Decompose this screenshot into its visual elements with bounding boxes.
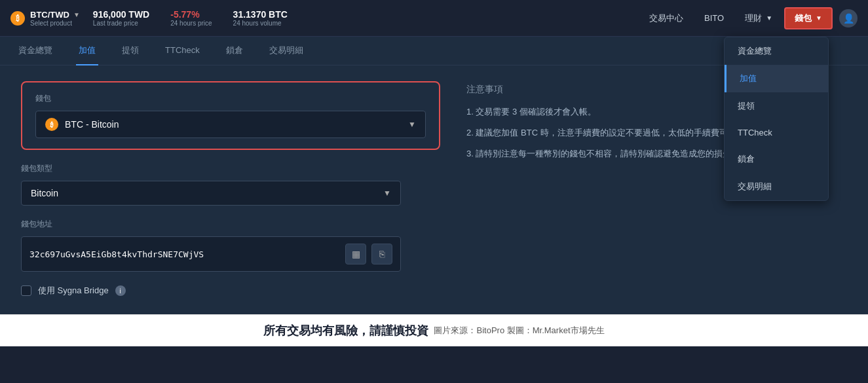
wallet-address-box: 32c697uGvsA5EiGb8t4kvThdrSNE7CWjVS ▦ ⎘ [21, 236, 401, 272]
wallet-address-label: 錢包地址 [21, 219, 440, 230]
wallet-section: 錢包 ₿ BTC - Bitcoin ▼ [21, 81, 440, 150]
wallet-type-chevron-icon: ▼ [383, 189, 391, 198]
btc-icon: ₿ [10, 11, 25, 26]
wallet-type-select[interactable]: Bitcoin ▼ [21, 181, 401, 206]
wallet-dropdown-menu: 資金總覽 加值 提領 TTCheck 鎖倉 交易明細 [724, 37, 829, 201]
subnav-item-deposit[interactable]: 加值 [76, 37, 98, 65]
volume-block: 31.1370 BTC 24 hours volume [233, 9, 288, 27]
top-bar: ₿ BTC/TWD ▼ Select product 916,000 TWD L… [0, 0, 868, 37]
dropdown-item-overview[interactable]: 資金總覽 [725, 37, 828, 65]
subnav-item-ttcheck[interactable]: TTCheck [162, 37, 202, 65]
subnav-item-withdraw[interactable]: 提領 [119, 37, 142, 65]
btc-pair-info: BTC/TWD ▼ Select product [30, 10, 80, 27]
last-price-label: Last trade price [93, 20, 149, 27]
change-label: 24 hours price [170, 20, 212, 27]
dropdown-item-ttcheck[interactable]: TTCheck [725, 120, 828, 145]
wallet-type-label: 錢包類型 [21, 163, 440, 174]
top-bar-right: 交易中心 BITO 理財 ▼ 錢包 ▼ 👤 [640, 7, 858, 29]
dropdown-item-history[interactable]: 交易明細 [725, 173, 828, 200]
copy-btn[interactable]: ⎘ [371, 244, 392, 264]
user-avatar[interactable]: 👤 [839, 9, 858, 27]
dropdown-item-lock[interactable]: 鎖倉 [725, 145, 828, 173]
nav-bito-btn[interactable]: BITO [695, 9, 733, 27]
subnav-item-lock[interactable]: 鎖倉 [223, 37, 246, 65]
change-value: -5.77% [170, 9, 212, 20]
wallet-address-section: 錢包地址 32c697uGvsA5EiGb8t4kvThdrSNE7CWjVS … [21, 219, 440, 272]
nav-exchange-btn[interactable]: 交易中心 [640, 9, 692, 28]
select-product-label: Select product [30, 20, 80, 27]
nav-wallet-btn[interactable]: 錢包 ▼ [784, 7, 833, 29]
sygna-info-icon[interactable]: i [115, 285, 126, 296]
qr-icon: ▦ [352, 249, 360, 259]
wallet-select-dropdown[interactable]: ₿ BTC - Bitcoin ▼ [35, 111, 426, 138]
subnav-item-history[interactable]: 交易明細 [267, 37, 306, 65]
wallet-chevron-icon: ▼ [408, 120, 416, 129]
wallet-type-value: Bitcoin [31, 188, 58, 198]
volume-value: 31.1370 BTC [233, 9, 288, 20]
copy-icon: ⎘ [379, 249, 385, 259]
wallet-type-section: 錢包類型 Bitcoin ▼ [21, 163, 440, 206]
wallet-section-label: 錢包 [35, 93, 426, 104]
dropdown-item-deposit[interactable]: 加值 [725, 65, 828, 92]
address-icon-group: ▦ ⎘ [345, 244, 392, 264]
user-icon-symbol: 👤 [843, 13, 854, 24]
wallet-address-value: 32c697uGvsA5EiGb8t4kvThdrSNE7CWjVS [29, 249, 204, 259]
last-price-value: 916,000 TWD [93, 9, 149, 20]
left-panel: 錢包 ₿ BTC - Bitcoin ▼ 錢包類型 Bitcoin ▼ 錢包地址… [21, 81, 440, 299]
sygna-row: 使用 Sygna Bridge i [21, 285, 440, 297]
btc-product[interactable]: ₿ BTC/TWD ▼ Select product [10, 10, 80, 27]
wallet-select-value: BTC - Bitcoin [65, 119, 119, 130]
btc-pair-label: BTC/TWD [30, 10, 69, 20]
pair-dropdown-arrow: ▼ [73, 11, 80, 18]
dropdown-item-withdraw[interactable]: 提領 [725, 92, 828, 120]
change-block: -5.77% 24 hours price [170, 9, 212, 27]
footer-main-text: 所有交易均有風險，請謹慎投資 [263, 323, 428, 338]
sygna-label: 使用 Sygna Bridge [38, 285, 109, 297]
footer-sub-text: 圖片來源：BitoPro 製圖：Mr.Market市場先生 [434, 325, 604, 337]
top-bar-left: ₿ BTC/TWD ▼ Select product 916,000 TWD L… [10, 9, 640, 27]
btc-small-icon: ₿ [45, 118, 58, 131]
subnav-item-overview[interactable]: 資金總覽 [16, 37, 55, 65]
footer: 所有交易均有風險，請謹慎投資 圖片來源：BitoPro 製圖：Mr.Market… [0, 314, 868, 346]
wallet-select-left: ₿ BTC - Bitcoin [45, 118, 119, 131]
price-group: 916,000 TWD Last trade price -5.77% 24 h… [93, 9, 288, 27]
sygna-checkbox[interactable] [21, 285, 31, 296]
volume-label: 24 hours volume [233, 20, 288, 27]
nav-finance-btn[interactable]: 理財 ▼ [736, 9, 782, 28]
qr-code-btn[interactable]: ▦ [345, 244, 366, 264]
last-price-block: 916,000 TWD Last trade price [93, 9, 149, 27]
